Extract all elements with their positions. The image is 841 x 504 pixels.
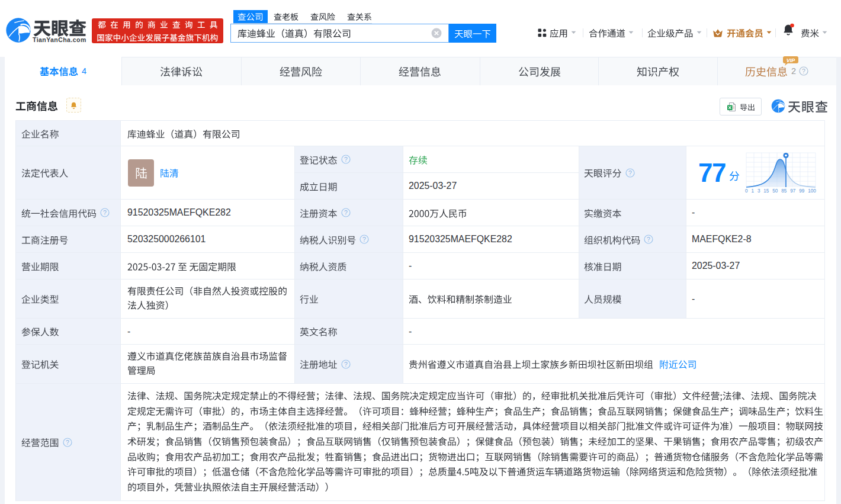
svg-text:?: ? xyxy=(66,438,69,445)
svg-text:?: ? xyxy=(802,68,805,75)
svg-text:?: ? xyxy=(344,209,348,216)
svg-text:?: ? xyxy=(647,236,650,243)
svg-text:?: ? xyxy=(103,209,107,216)
svg-text:?: ? xyxy=(344,360,348,367)
svg-text:?: ? xyxy=(344,156,348,163)
svg-text:?: ? xyxy=(628,169,632,176)
svg-text:VIP: VIP xyxy=(787,57,796,63)
svg-text:?: ? xyxy=(362,236,366,243)
